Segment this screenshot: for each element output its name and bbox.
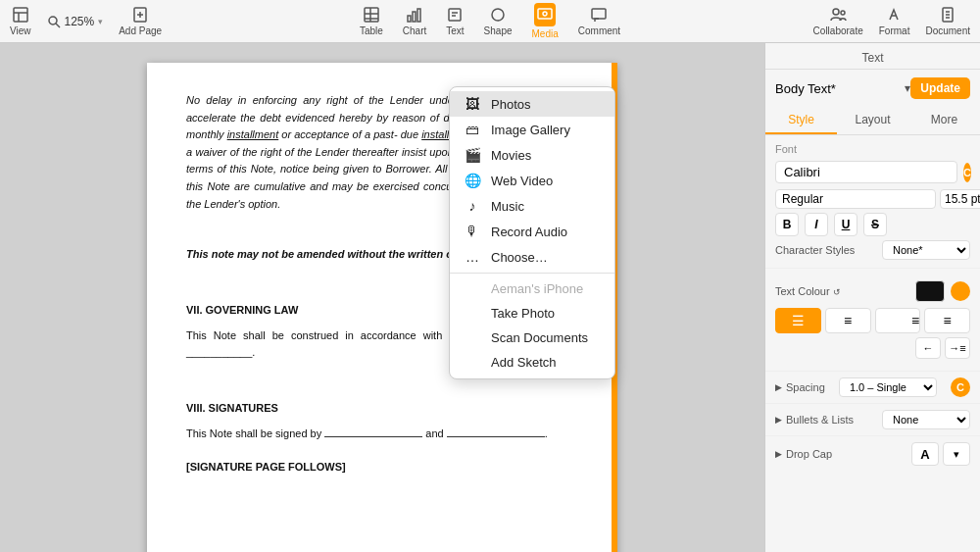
svg-rect-19 bbox=[538, 9, 552, 19]
collaborate-button[interactable]: Collaborate bbox=[813, 6, 863, 36]
photos-icon: 🖼 bbox=[464, 96, 481, 112]
menu-item-movies[interactable]: 🎬 Movies bbox=[450, 142, 614, 168]
spacing-row: ▶ Spacing 1.0 – Single C bbox=[765, 372, 980, 404]
bullets-label: ▶ Bullets & Lists bbox=[775, 414, 854, 426]
italic-button[interactable]: I bbox=[805, 213, 828, 236]
toolbar: View 125% ▾ Add Page Table Chart Text Sh… bbox=[0, 0, 980, 43]
svg-rect-8 bbox=[365, 8, 378, 22]
bullets-row: ▶ Bullets & Lists None bbox=[765, 404, 980, 436]
menu-item-record-audio[interactable]: 🎙 Record Audio bbox=[450, 219, 614, 244]
tab-style[interactable]: Style bbox=[765, 107, 837, 134]
char-styles-select[interactable]: None* bbox=[882, 240, 970, 260]
bold-button[interactable]: B bbox=[775, 213, 799, 236]
color-swatch[interactable] bbox=[915, 280, 945, 302]
svg-rect-0 bbox=[14, 8, 27, 22]
style-bar: Body Text* ▾ Update bbox=[765, 70, 980, 107]
svg-point-22 bbox=[833, 9, 839, 15]
align-right-button[interactable]: ≡ bbox=[875, 308, 921, 333]
add-page-button[interactable]: Add Page bbox=[119, 6, 162, 36]
table-button[interactable]: Table bbox=[360, 6, 383, 36]
char-styles-label: Character Styles bbox=[775, 244, 855, 256]
web-video-icon: 🌐 bbox=[464, 173, 481, 188]
font-section: Font C C B I U S Character Styles bbox=[765, 135, 980, 269]
text-button[interactable]: Text bbox=[446, 6, 464, 36]
zoom-control[interactable]: 125% ▾ bbox=[47, 15, 104, 28]
tab-layout[interactable]: Layout bbox=[837, 107, 908, 134]
indent-row: ← →≡ bbox=[775, 337, 970, 359]
toolbar-center: Table Chart Text Shape Media Comment bbox=[360, 3, 620, 39]
menu-item-music[interactable]: ♪ Music bbox=[450, 193, 614, 219]
dropcap-options-button[interactable]: ▾ bbox=[943, 442, 970, 466]
dropcap-text-button[interactable]: A bbox=[911, 442, 939, 466]
underline-button[interactable]: U bbox=[834, 213, 858, 236]
document-area: No delay in enforcing any right of the L… bbox=[0, 43, 764, 552]
svg-line-4 bbox=[56, 24, 60, 27]
spacing-label: ▶ Spacing bbox=[775, 381, 825, 393]
style-label: Body Text* bbox=[775, 81, 905, 96]
align-row: ☰ ≡ ≡ ≡ bbox=[775, 308, 970, 333]
sig-page-follows: [SIGNATURE PAGE FOLLOWS] bbox=[186, 459, 578, 477]
music-icon: ♪ bbox=[464, 198, 481, 214]
movies-icon: 🎬 bbox=[464, 147, 481, 163]
menu-item-choose[interactable]: … Choose… bbox=[450, 244, 614, 270]
tab-row: Style Layout More bbox=[765, 107, 980, 135]
dropcap-label: ▶ Drop Cap bbox=[775, 448, 832, 460]
svg-rect-15 bbox=[449, 9, 461, 21]
update-button[interactable]: Update bbox=[910, 77, 970, 99]
menu-item-web-video[interactable]: 🌐 Web Video bbox=[450, 168, 614, 193]
strikethrough-button[interactable]: S bbox=[863, 213, 887, 236]
menu-item-add-sketch[interactable]: Add Sketch bbox=[450, 350, 614, 375]
color-row: Text Colour ↺ bbox=[775, 280, 970, 302]
spacing-select[interactable]: 1.0 – Single bbox=[839, 377, 937, 397]
font-change-button[interactable]: C bbox=[963, 163, 971, 182]
toolbar-right: Collaborate Format Document bbox=[636, 6, 970, 36]
spacing-change-button[interactable]: C bbox=[951, 377, 970, 397]
menu-item-image-gallery[interactable]: 🗃 Image Gallery bbox=[450, 117, 614, 142]
svg-point-20 bbox=[543, 12, 547, 16]
svg-point-3 bbox=[49, 17, 57, 25]
format-button[interactable]: Format bbox=[879, 6, 910, 36]
char-styles-row: Character Styles None* bbox=[775, 240, 970, 260]
tab-more[interactable]: More bbox=[908, 107, 980, 134]
svg-rect-14 bbox=[417, 9, 420, 22]
font-name-input[interactable] bbox=[775, 161, 957, 183]
align-left-button[interactable]: ☰ bbox=[775, 308, 821, 333]
text-color-label: Text Colour ↺ bbox=[775, 285, 841, 297]
font-style-row: C bbox=[775, 189, 970, 209]
format-buttons: B I U S bbox=[775, 213, 970, 236]
color-swatch-row bbox=[915, 280, 970, 302]
sig-line-2 bbox=[447, 436, 545, 437]
menu-item-take-photo[interactable]: Take Photo bbox=[450, 301, 614, 326]
svg-rect-12 bbox=[408, 16, 411, 22]
comment-button[interactable]: Comment bbox=[578, 6, 620, 36]
menu-item-aemans-iphone: Aeman's iPhone bbox=[450, 276, 614, 301]
record-audio-icon: 🎙 bbox=[464, 224, 481, 239]
indent-decrease-button[interactable]: ← bbox=[915, 337, 941, 359]
font-section-label: Font bbox=[775, 143, 970, 155]
chart-button[interactable]: Chart bbox=[403, 6, 426, 36]
choose-icon: … bbox=[464, 249, 481, 265]
align-center-button[interactable]: ≡ bbox=[825, 308, 871, 333]
svg-point-23 bbox=[841, 11, 845, 15]
indent-increase-button[interactable]: →≡ bbox=[945, 337, 970, 359]
sig-line-1 bbox=[324, 436, 422, 437]
view-button[interactable]: View bbox=[10, 6, 31, 36]
font-size-input[interactable] bbox=[940, 189, 980, 209]
media-button[interactable]: Media bbox=[532, 3, 559, 39]
font-style-input[interactable] bbox=[775, 189, 936, 209]
dropcap-buttons: A ▾ bbox=[911, 442, 970, 466]
document-button[interactable]: Document bbox=[925, 6, 970, 36]
color-options-button[interactable] bbox=[951, 281, 970, 301]
shape-button[interactable]: Shape bbox=[484, 6, 513, 36]
align-justify-button[interactable]: ≡ bbox=[924, 308, 970, 333]
section-8-heading: VIII. SIGNATURES bbox=[186, 400, 578, 418]
menu-item-scan-documents[interactable]: Scan Documents bbox=[450, 326, 614, 350]
svg-point-18 bbox=[492, 9, 504, 21]
bullets-select[interactable]: None bbox=[882, 410, 970, 429]
dropcap-row: ▶ Drop Cap A ▾ bbox=[765, 436, 980, 472]
right-panel: Text Body Text* ▾ Update Style Layout Mo… bbox=[764, 43, 980, 552]
svg-rect-21 bbox=[592, 9, 606, 19]
menu-item-photos[interactable]: 🖼 Photos bbox=[450, 91, 614, 117]
color-section: Text Colour ↺ ☰ ≡ ≡ ≡ ← →≡ bbox=[765, 269, 980, 372]
font-name-row: C bbox=[775, 161, 970, 183]
